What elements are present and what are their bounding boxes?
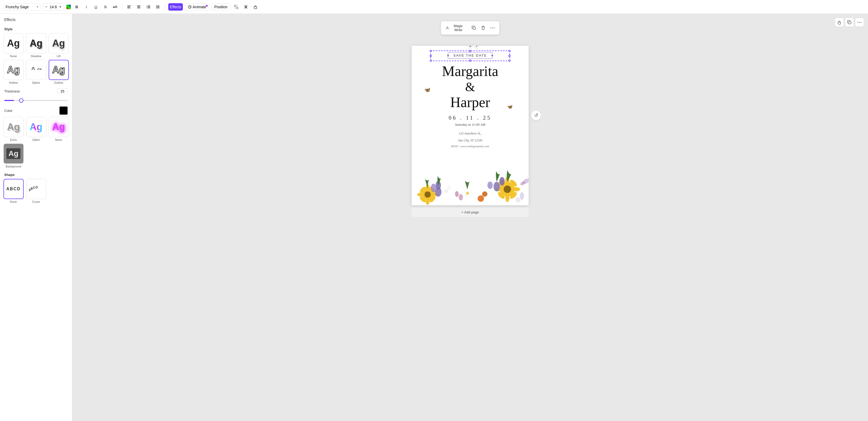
canvas-element-toolbar: Magic Write [441, 21, 499, 35]
style-background-item[interactable]: Ag Background [3, 144, 24, 168]
style-grid-row3: Ag Echo Ag Glitch Ag Neon [0, 117, 72, 144]
style-lift-text: Ag [52, 38, 65, 49]
style-neon-item[interactable]: Ag Neon [49, 117, 69, 141]
svg-point-24 [858, 22, 859, 23]
save-date-text: SAVE THE DATE [454, 53, 487, 57]
style-none-label: None [10, 55, 17, 58]
line-height-button[interactable] [154, 3, 162, 11]
shape-curve-preview: ABCD [26, 179, 46, 199]
svg-point-69 [459, 194, 463, 201]
element-delete-button[interactable] [479, 25, 487, 31]
canvas-rotate-button[interactable]: ↺ [531, 111, 541, 120]
flowers-decoration [412, 147, 529, 205]
strikethrough-button[interactable]: S [102, 3, 109, 11]
style-outline-item[interactable]: Ag Outline [49, 60, 69, 84]
thickness-slider-container [0, 96, 72, 104]
canvas-more-button[interactable] [855, 18, 864, 27]
style-hollow-item[interactable]: Ag Hollow [3, 60, 24, 84]
style-neon-preview: Ag [49, 117, 69, 137]
font-size-increase-button[interactable]: + [59, 4, 62, 9]
svg-rect-5 [137, 8, 140, 8]
canvas-top-controls [835, 18, 864, 27]
time-text[interactable]: Saturday at 11:00 AM [417, 123, 523, 127]
style-shadow-preview: Ag [26, 33, 46, 53]
svg-point-29 [492, 28, 493, 28]
svg-rect-7 [148, 6, 150, 6]
italic-button[interactable]: I [83, 3, 90, 11]
font-selector[interactable]: Frunchy Sage ▾ [3, 3, 40, 10]
canvas-duplicate-button[interactable] [845, 18, 854, 27]
main-toolbar: Frunchy Sage ▾ − 14.6 + B I U S aA [0, 0, 868, 14]
main-layout: Effects Style Ag None Ag Shadow Ag Lift [0, 14, 868, 421]
thickness-slider[interactable] [4, 100, 68, 101]
divider-1 [122, 4, 122, 10]
svg-rect-10 [147, 8, 147, 8]
add-page-button[interactable]: + Add page [412, 207, 529, 217]
svg-point-56 [488, 182, 493, 189]
animate-button[interactable]: Animate [185, 3, 209, 10]
thickness-control: Thickness 25 [0, 86, 72, 96]
effects-button[interactable]: Effects [168, 3, 183, 11]
style-glitch-label: Glitch [32, 138, 40, 141]
address1-text[interactable]: 123 Anywhere St., [417, 131, 523, 136]
card-content: SAVE THE DATE Margarita & Harper 06 . 11… [412, 46, 529, 148]
style-none-item[interactable]: Ag None [3, 33, 24, 58]
element-more-button[interactable] [488, 26, 497, 30]
spacing-button[interactable] [242, 3, 250, 11]
svg-point-26 [861, 22, 862, 23]
style-shadow-text: Ag [30, 38, 42, 49]
svg-point-62 [469, 192, 475, 194]
font-size-decrease-button[interactable]: − [44, 4, 48, 9]
svg-rect-12 [157, 6, 159, 6]
style-lift-label: Lift [57, 55, 61, 58]
svg-rect-23 [848, 22, 851, 24]
position-button[interactable]: Position [211, 3, 230, 10]
style-hollow-preview: Ag [3, 60, 24, 80]
svg-point-30 [494, 28, 495, 28]
add-page-label: + Add page [461, 210, 479, 214]
thickness-value: 25 [57, 89, 68, 94]
style-neon-text: Ag [52, 121, 65, 132]
shape-none-item[interactable]: ABCD None [3, 179, 24, 203]
address2-text[interactable]: Any City, ST 12345 [417, 138, 523, 143]
style-echo-item[interactable]: Ag Echo [3, 117, 24, 141]
svg-point-71 [515, 197, 521, 203]
svg-point-65 [451, 185, 456, 189]
style-echo-text: Ag [7, 121, 20, 132]
bold-button[interactable]: B [73, 3, 81, 11]
canvas-lock-button[interactable] [835, 18, 843, 27]
style-lift-item[interactable]: Ag Lift [49, 33, 69, 58]
font-name: Frunchy Sage [6, 5, 29, 9]
save-date-badge[interactable]: SAVE THE DATE [448, 52, 493, 59]
align-center-button[interactable] [135, 3, 143, 11]
magic-write-button[interactable]: Magic Write [443, 23, 469, 33]
color-swatch[interactable] [59, 106, 68, 115]
transparency-button[interactable] [232, 3, 240, 11]
svg-rect-14 [157, 8, 159, 8]
list-button[interactable] [145, 3, 152, 11]
underline-button[interactable]: U [92, 3, 100, 11]
style-lift-preview: Ag [49, 33, 69, 53]
style-splice-text: Ag [30, 65, 42, 75]
svg-rect-4 [137, 7, 140, 7]
lock-button[interactable] [252, 3, 259, 11]
svg-point-25 [859, 22, 860, 23]
element-copy-button[interactable] [470, 25, 478, 31]
style-glitch-item[interactable]: Ag Glitch [26, 117, 46, 141]
names-text[interactable]: Margarita & Harper [417, 63, 523, 111]
style-splice-item[interactable]: Ag Splice [26, 60, 46, 84]
style-background-label: Background [6, 165, 21, 168]
style-shadow-item[interactable]: Ag Shadow [26, 33, 46, 58]
svg-point-55 [499, 177, 505, 185]
animate-label: Animate [193, 5, 206, 9]
text-color-button[interactable] [66, 4, 71, 9]
shape-none-label: None [10, 200, 17, 203]
chevron-down-icon: ▾ [37, 5, 38, 8]
shape-curve-item[interactable]: ABCD Curve [26, 179, 46, 203]
text-case-button[interactable]: aA [111, 3, 119, 11]
date-text[interactable]: 06 . 11 . 25 [417, 115, 523, 121]
svg-rect-11 [148, 8, 150, 8]
rsvp-text[interactable]: RSVP : www.reallygreatsite.com [417, 145, 523, 148]
align-left-button[interactable] [125, 3, 133, 11]
style-section-title: Style [0, 25, 72, 33]
